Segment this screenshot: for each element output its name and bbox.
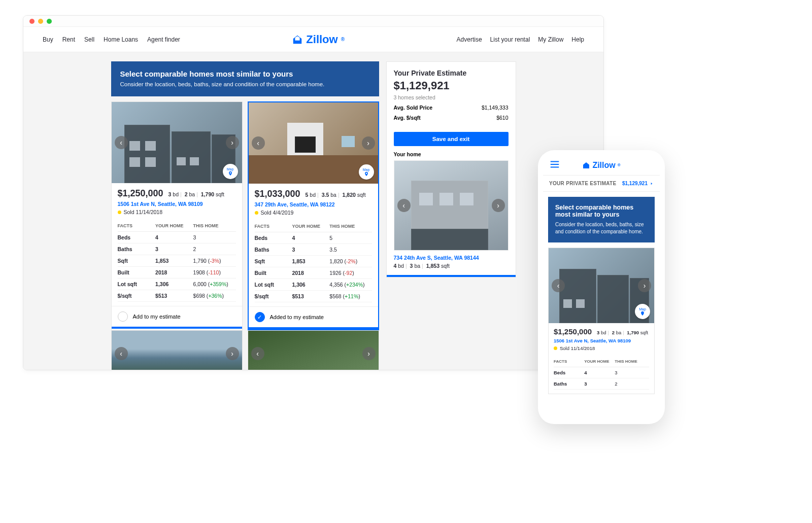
- comp-photo: ‹ ›: [112, 331, 242, 370]
- add-to-estimate-row[interactable]: Add to my estimate: [112, 306, 242, 327]
- nav-help[interactable]: Help: [571, 36, 584, 43]
- comp-price: $1,250,000: [118, 188, 163, 199]
- next-photo-icon[interactable]: ›: [226, 347, 239, 360]
- map-label: Map: [639, 307, 646, 311]
- menu-icon[interactable]: [549, 159, 560, 172]
- comp-address[interactable]: 347 29th Ave, Seattle, WA 98122: [255, 201, 372, 207]
- zillow-house-icon: [582, 161, 590, 169]
- your-home-stats: 4 bd| 3 ba| 1,853 sqft: [394, 263, 509, 269]
- map-button[interactable]: Map: [359, 164, 374, 180]
- add-label: Added to my estimate: [270, 314, 324, 320]
- pin-icon: [228, 171, 233, 176]
- map-button[interactable]: Map: [635, 304, 650, 319]
- card-accent: [249, 327, 378, 329]
- comp-photo: ‹ › Map: [112, 102, 242, 183]
- next-photo-icon[interactable]: ›: [362, 347, 376, 360]
- estimate-panel: Your Private Estimate $1,129,921 3 homes…: [386, 61, 516, 277]
- next-photo-icon[interactable]: ›: [492, 199, 505, 212]
- comp-stats: 5 bd| 3.5 ba| 1,820 sqft: [306, 192, 366, 198]
- next-photo-icon[interactable]: ›: [362, 136, 375, 150]
- facts-table: FACTSYOUR HOMETHIS HOME Beds43 Baths32: [554, 356, 649, 390]
- pin-icon: [364, 171, 369, 177]
- your-home-label: Your home: [387, 151, 516, 160]
- minimize-window-icon[interactable]: [38, 19, 43, 24]
- phone-brand-logo[interactable]: Zillow®: [582, 161, 620, 170]
- pin-icon: [640, 311, 645, 316]
- close-window-icon[interactable]: [29, 19, 35, 24]
- phone-nav: Zillow®: [543, 155, 660, 176]
- prev-photo-icon[interactable]: ‹: [115, 136, 128, 149]
- main-content: Select comparable homes most similar to …: [23, 52, 603, 370]
- save-and-exit-button[interactable]: Save and exit: [394, 132, 509, 146]
- top-nav: Buy Rent Sell Home Loans Agent finder Zi…: [23, 27, 603, 52]
- avg-sold-price: Avg. Sold Price$1,149,333: [394, 104, 509, 111]
- chevron-right-icon: [650, 182, 654, 186]
- estimate-title: Your Private Estimate: [394, 69, 509, 77]
- comp-card-2[interactable]: ‹ › Map $1,033,000 5 bd| 3.5 ba|: [248, 101, 379, 330]
- brand-name: Zillow: [592, 161, 615, 170]
- nav-sell[interactable]: Sell: [84, 36, 94, 43]
- add-checkbox[interactable]: ✓: [255, 312, 265, 322]
- map-label: Map: [227, 167, 234, 171]
- prev-photo-icon[interactable]: ‹: [115, 347, 128, 360]
- phone-mockup: Zillow® YOUR PRIVATE ESTIMATE $1,129,921…: [538, 150, 665, 424]
- comp-sold-date: Sold 4/4/2019: [255, 210, 372, 216]
- comp-address[interactable]: 1506 1st Ave N, Seattle, WA 98109: [118, 201, 236, 207]
- nav-agent-finder[interactable]: Agent finder: [147, 36, 180, 43]
- prev-photo-icon[interactable]: ‹: [397, 199, 411, 212]
- your-home-address[interactable]: 734 24th Ave S, Seattle, WA 98144: [394, 255, 509, 261]
- fullscreen-window-icon[interactable]: [47, 19, 52, 24]
- phone-est-label: YOUR PRIVATE ESTIMATE: [549, 181, 616, 186]
- brand-name: Zillow: [306, 33, 337, 46]
- nav-home-loans[interactable]: Home Loans: [104, 36, 138, 43]
- homes-selected: 3 homes selected: [394, 94, 509, 100]
- window-chrome: [23, 16, 603, 27]
- next-photo-icon[interactable]: ›: [638, 279, 651, 292]
- comp-sold-date: Sold 11/14/2018: [118, 209, 236, 215]
- instruction-banner: Select comparable homes most similar to …: [111, 61, 379, 96]
- comp-price: $1,033,000: [255, 189, 300, 199]
- prev-photo-icon[interactable]: ‹: [252, 136, 265, 150]
- comp-card-3[interactable]: ‹ ›: [111, 330, 243, 370]
- comp-card-1[interactable]: ‹ › Map $1,250,000 3 bd| 2 ba|: [111, 101, 243, 330]
- zillow-house-icon: [292, 34, 303, 45]
- comp-photo: ‹ ›: [248, 331, 379, 370]
- comp-address[interactable]: 1506 1st Ave N, Seattle, WA 98109: [554, 338, 649, 343]
- banner-subtitle: Consider the location, beds, baths, size…: [555, 221, 648, 235]
- comp-photo: ‹ › Map: [249, 102, 378, 184]
- comp-card-4[interactable]: ‹ ›: [248, 330, 379, 370]
- comp-photo: ‹ › Map: [549, 248, 654, 323]
- add-to-estimate-row[interactable]: ✓ Added to my estimate: [249, 306, 378, 327]
- add-label: Add to my estimate: [133, 313, 181, 320]
- map-button[interactable]: Map: [223, 164, 238, 179]
- nav-my-zillow[interactable]: My Zillow: [538, 36, 563, 43]
- your-home-photo: ‹ ›: [394, 160, 509, 251]
- facts-table: FACTSYOUR HOMETHIS HOME Beds43 Baths32 S…: [118, 220, 236, 302]
- phone-est-value: $1,129,921: [622, 181, 654, 186]
- phone-instruction-banner: Select comparable homes most similar to …: [548, 197, 655, 242]
- nav-advertise[interactable]: Advertise: [457, 36, 482, 43]
- browser-window: Buy Rent Sell Home Loans Agent finder Zi…: [23, 15, 604, 370]
- next-photo-icon[interactable]: ›: [226, 136, 239, 149]
- banner-title: Select comparable homes most similar to …: [120, 69, 370, 78]
- prev-photo-icon[interactable]: ‹: [251, 347, 264, 360]
- card-accent: [112, 327, 242, 329]
- prev-photo-icon[interactable]: ‹: [552, 279, 565, 292]
- nav-rent[interactable]: Rent: [62, 36, 75, 43]
- panel-accent: [387, 275, 516, 277]
- banner-subtitle: Consider the location, beds, baths, size…: [120, 81, 370, 87]
- comp-sold-date: Sold 11/14/2018: [554, 345, 649, 351]
- facts-table: FACTSYOUR HOMETHIS HOME Beds45 Baths33.5…: [255, 221, 372, 302]
- banner-title: Select comparable homes most similar to …: [555, 204, 648, 218]
- nav-list-rental[interactable]: List your rental: [490, 36, 530, 43]
- phone-estimate-row[interactable]: YOUR PRIVATE ESTIMATE $1,129,921: [543, 176, 660, 192]
- estimate-value: $1,129,921: [394, 79, 509, 92]
- comp-price: $1,250,000: [554, 327, 592, 336]
- phone-comp-card[interactable]: ‹ › Map $1,250,000 3 bd| 2 ba| 1,790 sqf…: [548, 248, 655, 394]
- comp-stats: 3 bd| 2 ba| 1,790 sqft: [168, 191, 224, 197]
- nav-buy[interactable]: Buy: [43, 36, 53, 43]
- brand-logo[interactable]: Zillow®: [292, 33, 345, 46]
- add-checkbox[interactable]: [118, 311, 128, 322]
- map-label: Map: [363, 168, 370, 171]
- comp-stats: 3 bd| 2 ba| 1,790 sqft: [597, 330, 648, 335]
